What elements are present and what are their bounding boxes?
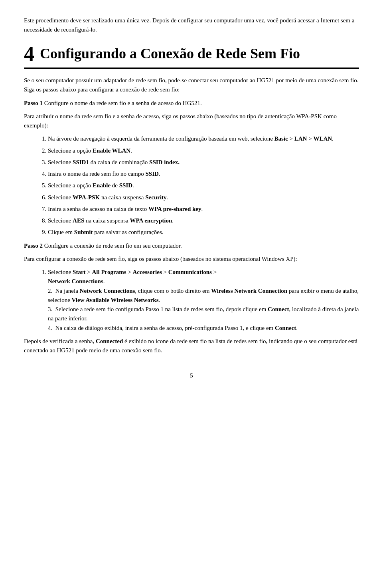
list-item-3: Selecione SSID1 da caixa de combinação S… [48,159,180,165]
step2-label: Passo 2 [24,242,43,249]
list-item-1: Na árvore de navegação à esquerda da fer… [48,135,334,142]
step1-detail: Para atribuir o nome da rede sem fio e a… [24,112,359,131]
step1-label: Passo 1 [24,100,43,106]
list-item: Selecione SSID1 da caixa de combinação S… [48,158,359,167]
list-item-2: Selecione a opção Enable WLAN. [48,147,132,154]
step2-list-item-1: Selecione Start > All Programs > Accesso… [48,269,217,284]
step2-list-item-2: 2. Na janela Network Connections, clique… [48,288,359,303]
list-item-7: Insira a senha de acesso na caixa de tex… [48,206,203,212]
chapter-rule [24,68,359,69]
list-item: Insira a senha de acesso na caixa de tex… [48,205,359,214]
list-item: Selecione AES na caixa suspensa WPA encr… [48,216,359,225]
step2-detail: Para configurar a conexão de rede sem fi… [24,254,359,264]
intro-paragraph: Este procedimento deve ser realizado uma… [24,16,359,34]
page-number: 5 [190,372,193,379]
chapter-heading: 4 Configurando a Conexão de Rede Sem Fio [24,44,359,64]
step2-list-item-3: 3. Selecione a rede sem fio configurada … [48,306,359,322]
step1-heading: Passo 1 Configure o nome da rede sem fio… [24,99,359,108]
page-footer: 5 [24,371,359,380]
list-item-4: Insira o nome da rede sem fio no campo S… [48,171,160,177]
list-item: Selecione a opção Enable WLAN. [48,146,359,155]
list-item-6: Selecione WPA-PSK na caixa suspensa Secu… [48,194,168,201]
step2-list: Selecione Start > All Programs > Accesso… [48,268,359,333]
step2-heading: Passo 2 Configure a conexão de rede sem … [24,241,359,250]
chapter-number: 4 [24,44,34,64]
list-item: Insira o nome da rede sem fio no campo S… [48,169,359,179]
conclusion-text: Depois de verificada a senha, Connected … [24,337,359,356]
list-item-9: Clique em Submit para salvar as configur… [48,229,164,235]
list-item: Clique em Submit para salvar as configur… [48,228,359,237]
section1-intro: Se o seu computador possuir um adaptador… [24,76,359,95]
list-item: Selecione WPA-PSK na caixa suspensa Secu… [48,193,359,202]
chapter-title: Configurando a Conexão de Rede Sem Fio [40,44,300,62]
step2-text: Configure a conexão de rede sem fio em s… [43,242,182,249]
list-item-8: Selecione AES na caixa suspensa WPA encr… [48,217,174,224]
list-item: Selecione a opção Enable de SSID. [48,181,359,190]
step2-list-item-4: 4. Na caixa de diálogo exibida, insira a… [48,325,298,331]
list-item: Na árvore de navegação à esquerda da fer… [48,134,359,143]
step1-text: Configure o nome da rede sem fio e a sen… [43,100,202,106]
list-item-5: Selecione a opção Enable de SSID. [48,182,134,189]
step1-list: Na árvore de navegação à esquerda da fer… [48,134,359,237]
list-item: Selecione Start > All Programs > Accesso… [48,268,359,333]
